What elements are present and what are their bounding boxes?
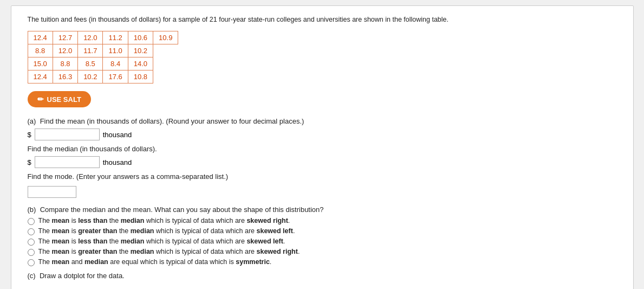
table-cell: 8.8	[28, 44, 53, 57]
median-unit: thousand	[103, 158, 132, 166]
mean-input[interactable]	[35, 129, 100, 140]
median-input[interactable]	[35, 156, 100, 168]
radio-label-3: The mean is greater than the median whic…	[38, 248, 300, 255]
part-a-label: (a) Find the mean (in thousands of dolla…	[28, 117, 617, 125]
part-a-section: (a) Find the mean (in thousands of dolla…	[28, 117, 617, 198]
table-cell: 12.4	[28, 70, 53, 84]
radio-b-4[interactable]	[28, 259, 35, 266]
median-input-row: $ thousand	[28, 156, 617, 168]
use-salt-label: USE SALT	[47, 95, 81, 104]
table-cell: 12.4	[28, 31, 53, 44]
intro-text: The tuition and fees (in thousands of do…	[28, 16, 617, 23]
radio-b-2[interactable]	[28, 239, 35, 246]
table-cell: 11.7	[78, 44, 103, 57]
radio-b-0[interactable]	[28, 218, 35, 225]
table-cell: 14.0	[128, 57, 153, 70]
dollar-sign-median: $	[28, 158, 31, 166]
table-cell	[153, 44, 178, 57]
table-cell: 15.0	[28, 57, 53, 70]
radio-label-1: The mean is greater than the median whic…	[38, 227, 295, 235]
use-salt-button[interactable]: ✏ USE SALT	[28, 91, 91, 107]
radio-option[interactable]: The mean is greater than the median whic…	[28, 227, 617, 235]
table-cell: 12.7	[53, 31, 77, 44]
table-cell: 11.2	[103, 31, 128, 44]
part-c-label: (c) Draw a dotplot for the data.	[28, 272, 617, 280]
data-table: 12.412.712.011.210.610.98.812.011.711.01…	[28, 31, 179, 84]
mean-input-row: $ thousand	[28, 129, 617, 140]
table-cell: 16.3	[53, 70, 77, 84]
table-cell: 10.8	[128, 70, 153, 84]
page-container: The tuition and fees (in thousands of do…	[11, 5, 634, 289]
table-cell: 8.4	[103, 57, 128, 70]
table-cell: 11.0	[103, 44, 128, 57]
dotplot-svg: 0 10 15 20 25	[28, 285, 618, 289]
part-b-label: (b) Compare the median and the mean. Wha…	[28, 205, 617, 214]
radio-label-0: The mean is less than the median which i…	[38, 217, 290, 224]
radio-label-2: The mean is less than the median which i…	[38, 237, 285, 245]
salt-icon: ✏	[37, 95, 44, 104]
table-cell: 10.2	[128, 44, 153, 57]
radio-label-4: The mean and median are equal which is t…	[38, 258, 272, 266]
table-cell: 17.6	[103, 70, 128, 84]
table-cell: 12.0	[78, 31, 103, 44]
mode-input-wrapper	[28, 184, 617, 198]
radio-option[interactable]: The mean and median are equal which is t…	[28, 258, 617, 266]
radio-b-1[interactable]	[28, 228, 35, 235]
radio-option[interactable]: The mean is less than the median which i…	[28, 217, 617, 225]
table-cell: 8.5	[78, 57, 103, 70]
mode-question: Find the mode. (Enter your answers as a …	[28, 172, 617, 181]
table-cell: 12.0	[53, 44, 77, 57]
table-cell: 10.6	[128, 31, 153, 44]
table-cell: 10.9	[153, 31, 178, 44]
table-cell: 8.8	[53, 57, 77, 70]
mean-unit: thousand	[103, 131, 132, 139]
radio-option[interactable]: The mean is greater than the median whic…	[28, 248, 617, 256]
table-cell	[153, 70, 178, 84]
radio-option[interactable]: The mean is less than the median which i…	[28, 237, 617, 246]
mode-input[interactable]	[28, 186, 76, 198]
table-cell: 10.2	[78, 70, 103, 84]
part-c-section: (c) Draw a dotplot for the data.	[28, 272, 617, 289]
median-question: Find the median (in thousands of dollars…	[28, 145, 617, 153]
part-b-radio-group: The mean is less than the median which i…	[28, 217, 617, 266]
radio-b-3[interactable]	[28, 249, 35, 256]
dollar-sign-mean: $	[28, 131, 31, 139]
part-b-section: (b) Compare the median and the mean. Wha…	[28, 205, 617, 266]
table-cell	[153, 57, 178, 70]
